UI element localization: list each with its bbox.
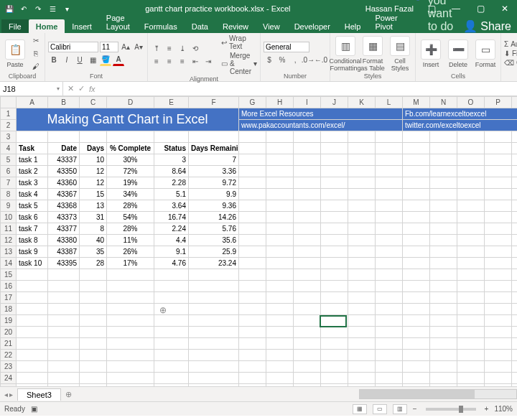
cell[interactable]: task 6 [17, 212, 48, 223]
font-size-select[interactable] [100, 42, 118, 52]
cell[interactable] [239, 338, 266, 350]
column-header[interactable]: E [154, 97, 189, 108]
cell[interactable] [266, 189, 294, 200]
row-header[interactable]: 18 [1, 304, 17, 315]
cell[interactable]: task 8 [17, 235, 48, 246]
cell[interactable] [266, 154, 294, 166]
cell[interactable] [403, 166, 430, 177]
cell[interactable] [457, 304, 485, 315]
cell[interactable] [485, 166, 512, 177]
format-painter-icon[interactable]: 🖌 [30, 61, 42, 73]
column-header[interactable]: G [239, 97, 266, 108]
cell[interactable] [48, 338, 80, 350]
cell[interactable] [376, 235, 403, 246]
cell[interactable] [512, 131, 518, 143]
cell[interactable] [154, 361, 189, 373]
column-header[interactable]: N [430, 97, 457, 108]
cell[interactable] [239, 361, 266, 373]
cell[interactable] [266, 131, 294, 143]
cell[interactable] [294, 200, 321, 212]
font-color-button[interactable]: A [113, 55, 124, 66]
cell[interactable] [376, 143, 403, 154]
align-middle-icon[interactable]: ≡ [164, 43, 175, 55]
decrease-indent-icon[interactable]: ⇤ [190, 56, 201, 67]
cell[interactable]: task 7 [17, 223, 48, 235]
cell[interactable] [239, 200, 266, 212]
cell[interactable] [294, 304, 321, 315]
cell[interactable] [239, 223, 266, 235]
enter-formula-icon[interactable]: ✓ [78, 84, 85, 93]
cell[interactable]: 26% [107, 246, 154, 258]
maximize-button[interactable]: ▢ [468, 0, 493, 17]
cell[interactable] [266, 327, 294, 338]
cell[interactable] [376, 246, 403, 258]
cell[interactable] [348, 384, 376, 387]
cell[interactable] [239, 315, 266, 327]
format-as-table-button[interactable]: ▦ Format as Table [360, 36, 385, 72]
cell[interactable] [107, 384, 154, 387]
page-break-view-button[interactable]: ▥ [393, 404, 407, 414]
cell[interactable] [485, 327, 512, 338]
cell[interactable] [376, 315, 403, 327]
cell[interactable] [48, 373, 80, 384]
cell[interactable] [80, 315, 107, 327]
macro-record-icon[interactable]: ▣ [31, 405, 37, 413]
tell-me[interactable]: 💡 Tell me what you want to do [411, 0, 464, 33]
cell[interactable] [80, 384, 107, 387]
cell[interactable] [189, 350, 239, 361]
column-header[interactable]: B [48, 97, 80, 108]
cell[interactable] [266, 281, 294, 292]
cell[interactable] [512, 315, 518, 327]
zoom-in-button[interactable]: + [485, 405, 489, 413]
cell[interactable] [266, 373, 294, 384]
column-header[interactable]: A [17, 97, 48, 108]
cell[interactable]: 7 [189, 154, 239, 166]
cell[interactable] [457, 143, 485, 154]
cell[interactable]: % Complete [107, 143, 154, 154]
cell[interactable] [430, 269, 457, 281]
cell[interactable] [154, 338, 189, 350]
name-box-input[interactable] [3, 85, 54, 93]
cell[interactable]: 43377 [48, 223, 80, 235]
cell[interactable] [154, 269, 189, 281]
cell[interactable] [348, 166, 376, 177]
cell[interactable] [348, 212, 376, 223]
cell[interactable] [294, 384, 321, 387]
cell[interactable] [266, 338, 294, 350]
cell[interactable] [321, 384, 348, 387]
cell[interactable]: 43350 [48, 166, 80, 177]
row-header[interactable]: 24 [1, 373, 17, 384]
cell[interactable]: 12 [80, 177, 107, 189]
cell[interactable] [457, 292, 485, 304]
cell[interactable] [239, 143, 266, 154]
cell[interactable] [430, 304, 457, 315]
cell[interactable]: Date [48, 143, 80, 154]
cell[interactable] [294, 269, 321, 281]
page-layout-view-button[interactable]: ▭ [373, 404, 387, 414]
column-header[interactable]: P [485, 97, 512, 108]
cell[interactable] [189, 281, 239, 292]
touch-mode-icon[interactable]: ☰ [47, 4, 57, 14]
cell[interactable]: 35 [80, 246, 107, 258]
cell[interactable] [321, 304, 348, 315]
cell[interactable]: 9.36 [189, 200, 239, 212]
cell[interactable] [294, 223, 321, 235]
cell[interactable] [239, 177, 266, 189]
cell[interactable] [376, 223, 403, 235]
cell[interactable] [107, 281, 154, 292]
cell[interactable] [348, 189, 376, 200]
cell[interactable] [107, 131, 154, 143]
cell[interactable] [430, 166, 457, 177]
cell[interactable] [376, 212, 403, 223]
cell[interactable] [189, 315, 239, 327]
cell[interactable] [430, 177, 457, 189]
cell[interactable] [321, 154, 348, 166]
cell[interactable] [294, 327, 321, 338]
italic-button[interactable]: I [61, 55, 73, 66]
cell[interactable] [348, 131, 376, 143]
cell[interactable]: 54% [107, 212, 154, 223]
cell[interactable] [321, 350, 348, 361]
cell[interactable] [107, 292, 154, 304]
cell[interactable]: 9.72 [189, 177, 239, 189]
cell[interactable] [48, 384, 80, 387]
